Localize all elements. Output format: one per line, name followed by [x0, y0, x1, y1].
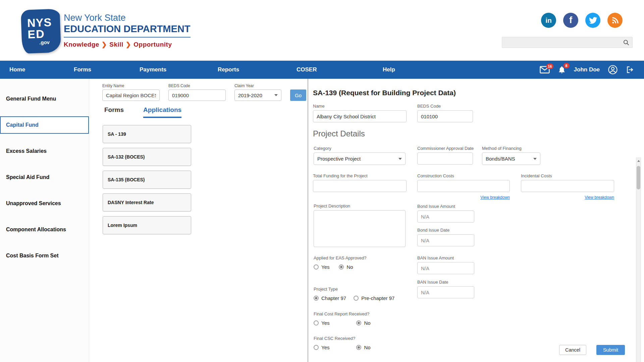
- rss-icon[interactable]: [607, 13, 623, 28]
- sidebar-item-cost-basis-form-set[interactable]: Cost Basis Form Set: [0, 247, 89, 264]
- radio-icon: [314, 320, 319, 325]
- messages-button[interactable]: 16: [540, 66, 550, 73]
- form-beds-code-label: BEDS Code: [417, 104, 473, 109]
- final-csc-field: Final CSC Received? Yes No: [314, 336, 371, 350]
- search-icon[interactable]: [623, 39, 630, 46]
- scroll-up-button[interactable]: [636, 158, 641, 164]
- radio-label: Yes: [321, 320, 329, 326]
- nav-item-payments[interactable]: Payments: [140, 61, 166, 79]
- bond-issue-amount-input[interactable]: [417, 210, 474, 223]
- main-nav: Home Forms Payments Reports COSER Help 1…: [0, 61, 644, 79]
- nav-item-reports[interactable]: Reports: [218, 61, 239, 79]
- tagline-word: Opportunity: [133, 41, 172, 48]
- incidental-costs-input[interactable]: [521, 180, 614, 192]
- application-item-sa132[interactable]: SA-132 (BOCES): [103, 148, 191, 166]
- facebook-icon[interactable]: f: [563, 13, 578, 28]
- application-item-sa139[interactable]: SA - 139: [103, 125, 191, 143]
- category-select[interactable]: Prospective Project: [314, 153, 406, 165]
- application-item-dasny[interactable]: DASNY Interest Rate: [103, 193, 191, 212]
- form-title: SA-139 (Request for Building Project Dat…: [313, 89, 456, 97]
- radio-icon: [314, 264, 319, 269]
- construction-costs-input[interactable]: [417, 180, 510, 192]
- ban-issue-amount-input[interactable]: [417, 262, 474, 274]
- financing-label: Method of Financing: [482, 146, 540, 151]
- project-type-field: Project Type Chapter 97 Pre-chapter 97: [314, 287, 394, 301]
- ban-issue-date-field: BAN Issue Date: [417, 280, 474, 298]
- avatar-icon[interactable]: [608, 65, 618, 75]
- application-item-sa135[interactable]: SA-135 (BOCES): [103, 171, 191, 189]
- sidebar-item-general-fund-menu[interactable]: General Fund Menu: [0, 90, 89, 108]
- entity-name-input[interactable]: [102, 89, 160, 101]
- radio-label: Yes: [321, 345, 329, 350]
- search-input[interactable]: [502, 37, 623, 48]
- claim-year-select[interactable]: 2019-2020: [234, 89, 281, 101]
- name-field: Name: [313, 104, 407, 122]
- beds-code-input[interactable]: [168, 89, 226, 101]
- final-csc-yes-radio[interactable]: Yes: [314, 345, 329, 350]
- submit-button[interactable]: Submit: [596, 345, 625, 355]
- total-funding-field: Total Funding for the Project: [313, 173, 407, 192]
- tagline-word: Knowledge: [64, 41, 99, 48]
- eas-approved-label: Applied for EAS Approved?: [314, 255, 367, 260]
- final-csc-no-radio[interactable]: No: [356, 345, 370, 350]
- bond-issue-date-input[interactable]: [417, 234, 474, 246]
- radio-label: No: [364, 345, 370, 350]
- nav-item-home[interactable]: Home: [9, 61, 25, 79]
- project-description-input[interactable]: [314, 210, 406, 247]
- project-details-heading: Project Details: [313, 129, 365, 138]
- total-funding-label: Total Funding for the Project: [313, 173, 407, 178]
- final-csc-label: Final CSC Received?: [314, 336, 371, 341]
- application-item-lorem[interactable]: Lorem Ipsum: [103, 216, 191, 234]
- final-cost-yes-radio[interactable]: Yes: [314, 320, 329, 326]
- ban-issue-amount-field: BAN Issue Amount: [417, 255, 474, 274]
- eas-radio-group: Yes No: [314, 264, 367, 270]
- form-beds-code-input[interactable]: [417, 110, 473, 122]
- twitter-icon[interactable]: [585, 13, 600, 28]
- name-input[interactable]: [313, 110, 407, 122]
- user-name[interactable]: John Doe: [574, 66, 600, 73]
- radio-checked-icon: [339, 264, 344, 269]
- rss-glyph-icon: [611, 16, 619, 24]
- bond-issue-amount-field: Bond Issue Amount: [417, 204, 474, 223]
- cancel-button[interactable]: Cancel: [559, 345, 586, 355]
- sidebar-item-capital-fund[interactable]: Capital Fund: [0, 116, 89, 134]
- radio-label: No: [364, 320, 370, 326]
- entity-name-label: Entity Name: [102, 83, 160, 88]
- brand-tagline: Knowledge❯Skill❯Opportunity: [64, 41, 191, 48]
- social-links: in f: [541, 13, 623, 28]
- sidebar-item-component-allocations[interactable]: Component Allocations: [0, 221, 89, 238]
- construction-breakdown-link[interactable]: View breakdown: [480, 195, 510, 200]
- financing-select[interactable]: Bonds/BANS: [482, 153, 540, 165]
- tab-applications[interactable]: Applications: [143, 106, 181, 118]
- sidebar-item-unapproved-services[interactable]: Unapproved Services: [0, 195, 89, 212]
- category-label: Category: [314, 146, 406, 151]
- radio-checked-icon: [314, 296, 319, 301]
- sidebar-item-special-aid-fund[interactable]: Special Aid Fund: [0, 169, 89, 186]
- claim-year-value: 2019-2020: [238, 93, 262, 98]
- chapter97-radio[interactable]: Chapter 97: [314, 295, 346, 301]
- eas-yes-radio[interactable]: Yes: [314, 264, 329, 270]
- nav-item-help[interactable]: Help: [383, 61, 395, 79]
- prechapter97-radio[interactable]: Pre-chapter 97: [354, 295, 394, 301]
- vertical-scrollbar[interactable]: [636, 158, 641, 362]
- final-cost-report-label: Final Cost Report Received?: [314, 311, 371, 316]
- entity-filter-bar: Entity Name BEDS Code Claim Year 2019-20…: [102, 83, 306, 101]
- logo-ed-text: ED: [28, 27, 61, 40]
- tab-forms[interactable]: Forms: [104, 106, 124, 118]
- final-cost-no-radio[interactable]: No: [356, 320, 370, 326]
- nav-item-forms[interactable]: Forms: [74, 61, 91, 79]
- sidebar-item-excess-salaries[interactable]: Excess Salaries: [0, 142, 89, 160]
- go-button[interactable]: Go: [290, 89, 306, 101]
- bond-issue-amount-label: Bond Issue Amount: [417, 204, 474, 209]
- linkedin-icon[interactable]: in: [541, 13, 556, 28]
- incidental-breakdown-link[interactable]: View breakdown: [585, 195, 614, 200]
- approval-date-input[interactable]: [417, 153, 473, 165]
- nav-item-coser[interactable]: COSER: [297, 61, 317, 79]
- arrow-up-icon: [637, 160, 640, 162]
- notifications-button[interactable]: 8: [558, 65, 566, 74]
- total-funding-input[interactable]: [313, 180, 407, 192]
- scrollbar-thumb[interactable]: [637, 166, 640, 189]
- ban-issue-date-input[interactable]: [417, 286, 474, 298]
- logout-icon[interactable]: [626, 65, 635, 74]
- eas-no-radio[interactable]: No: [339, 264, 353, 270]
